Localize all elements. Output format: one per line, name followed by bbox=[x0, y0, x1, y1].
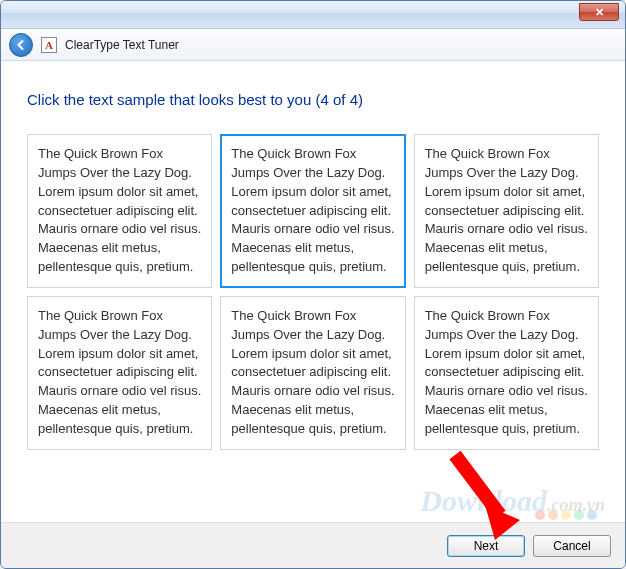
cleartype-wizard-window: ✕ A ClearType Text Tuner Click the text … bbox=[0, 0, 626, 569]
instruction-text: Click the text sample that looks best to… bbox=[27, 91, 599, 108]
sample-text: The Quick Brown Fox Jumps Over the Lazy … bbox=[231, 308, 394, 436]
close-button[interactable]: ✕ bbox=[579, 3, 619, 21]
cancel-button-label: Cancel bbox=[553, 539, 590, 553]
titlebar: ✕ bbox=[1, 1, 625, 29]
app-title: ClearType Text Tuner bbox=[65, 38, 179, 52]
app-icon: A bbox=[41, 37, 57, 53]
sample-grid: The Quick Brown Fox Jumps Over the Lazy … bbox=[27, 134, 599, 450]
back-button[interactable] bbox=[9, 33, 33, 57]
arrow-left-icon bbox=[15, 39, 27, 51]
content-area: Click the text sample that looks best to… bbox=[1, 61, 625, 522]
next-button[interactable]: Next bbox=[447, 535, 525, 557]
header-bar: A ClearType Text Tuner bbox=[1, 29, 625, 61]
sample-text: The Quick Brown Fox Jumps Over the Lazy … bbox=[425, 146, 588, 274]
text-sample-5[interactable]: The Quick Brown Fox Jumps Over the Lazy … bbox=[220, 296, 405, 450]
cancel-button[interactable]: Cancel bbox=[533, 535, 611, 557]
text-sample-4[interactable]: The Quick Brown Fox Jumps Over the Lazy … bbox=[27, 296, 212, 450]
sample-text: The Quick Brown Fox Jumps Over the Lazy … bbox=[38, 308, 201, 436]
app-icon-letter: A bbox=[45, 39, 53, 51]
sample-text: The Quick Brown Fox Jumps Over the Lazy … bbox=[425, 308, 588, 436]
sample-text: The Quick Brown Fox Jumps Over the Lazy … bbox=[38, 146, 201, 274]
next-button-label: Next bbox=[474, 539, 499, 553]
text-sample-6[interactable]: The Quick Brown Fox Jumps Over the Lazy … bbox=[414, 296, 599, 450]
sample-text: The Quick Brown Fox Jumps Over the Lazy … bbox=[231, 146, 394, 274]
text-sample-3[interactable]: The Quick Brown Fox Jumps Over the Lazy … bbox=[414, 134, 599, 288]
close-icon: ✕ bbox=[595, 6, 604, 19]
text-sample-1[interactable]: The Quick Brown Fox Jumps Over the Lazy … bbox=[27, 134, 212, 288]
footer-bar: Next Cancel bbox=[1, 522, 625, 568]
text-sample-2[interactable]: The Quick Brown Fox Jumps Over the Lazy … bbox=[220, 134, 405, 288]
